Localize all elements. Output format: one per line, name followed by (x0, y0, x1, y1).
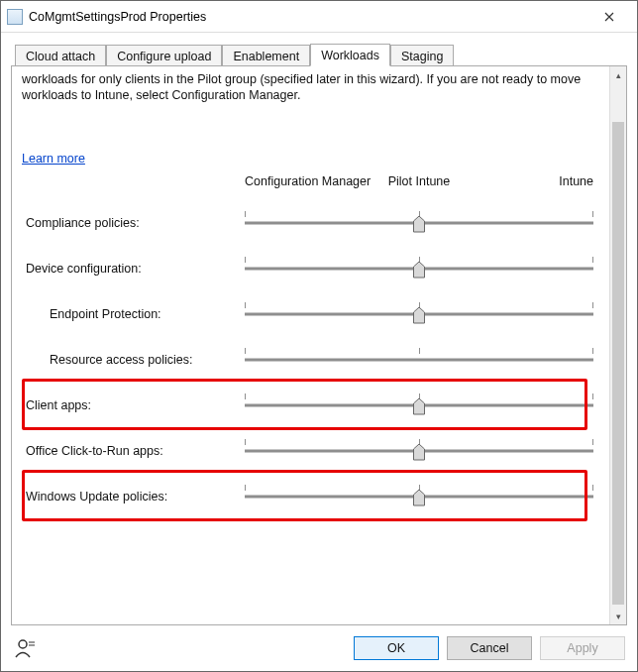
workload-slider[interactable] (245, 255, 593, 282)
workload-label: Device configuration: (22, 262, 245, 276)
slider-tick (592, 211, 593, 217)
slider-tick (245, 393, 246, 399)
slider-tick (592, 348, 593, 354)
scroll-thumb[interactable] (612, 122, 624, 605)
user-status-icon (13, 637, 39, 659)
tab-configure-upload[interactable]: Configure upload (106, 45, 222, 66)
intro-text: workloads for only clients in the Pilot … (22, 72, 605, 103)
col-header-config-manager: Configuration Manager (245, 174, 371, 188)
window-icon (7, 9, 23, 25)
slider-tick (592, 257, 593, 263)
workload-label: Compliance policies: (22, 216, 245, 230)
slider-tick (592, 439, 593, 445)
workload-row: Client apps: (22, 383, 605, 428)
scroll-down-icon[interactable]: ▾ (610, 608, 626, 624)
workload-label: Resource access policies: (22, 353, 245, 367)
workload-row: Windows Update policies: (22, 474, 605, 519)
workload-slider[interactable] (245, 346, 593, 374)
slider-thumb[interactable] (413, 215, 426, 233)
workload-slider[interactable] (245, 392, 593, 419)
col-header-pilot-intune: Pilot Intune (388, 174, 451, 188)
slider-tick (245, 257, 246, 263)
workload-label: Client apps: (22, 398, 245, 412)
slider-tick (245, 485, 246, 491)
slider-thumb[interactable] (413, 443, 426, 461)
slider-thumb[interactable] (413, 397, 426, 415)
tab-panel-workloads: workloads for only clients in the Pilot … (11, 65, 627, 625)
workload-label: Windows Update policies: (22, 490, 245, 504)
scroll-up-icon[interactable]: ▴ (610, 66, 626, 83)
slider-thumb[interactable] (413, 489, 426, 506)
slider-thumb[interactable] (413, 261, 426, 279)
workload-row: Office Click-to-Run apps: (22, 428, 605, 474)
svg-point-0 (19, 640, 27, 648)
workload-row: Compliance policies: (22, 200, 605, 246)
slider-track (245, 359, 593, 362)
slider-tick (592, 302, 593, 308)
close-icon (604, 12, 614, 22)
titlebar: CoMgmtSettingsProd Properties (1, 1, 637, 33)
workload-slider[interactable] (245, 209, 593, 237)
col-header-intune: Intune (559, 174, 593, 188)
vertical-scrollbar[interactable]: ▴ ▾ (609, 66, 626, 624)
slider-tick (245, 302, 246, 308)
slider-tick (245, 211, 246, 217)
tab-staging[interactable]: Staging (390, 45, 454, 66)
slider-tick (245, 348, 246, 354)
workload-label: Endpoint Protection: (22, 307, 245, 321)
workload-row: Resource access policies: (22, 337, 605, 383)
cancel-button[interactable]: Cancel (447, 636, 532, 660)
workload-row: Endpoint Protection: (22, 291, 605, 337)
dialog-button-row: OK Cancel Apply (1, 625, 637, 671)
workload-slider[interactable] (245, 300, 593, 328)
workload-slider[interactable] (245, 483, 593, 510)
ok-button[interactable]: OK (354, 636, 439, 660)
workload-slider[interactable] (245, 437, 593, 465)
apply-button[interactable]: Apply (540, 636, 625, 660)
column-headers: Configuration Manager Pilot Intune Intun… (22, 174, 605, 190)
window-title: CoMgmtSettingsProd Properties (29, 10, 587, 24)
learn-more-link[interactable]: Learn more (22, 152, 85, 166)
workload-label: Office Click-to-Run apps: (22, 444, 245, 458)
tab-enablement[interactable]: Enablement (222, 45, 310, 66)
close-button[interactable] (587, 3, 631, 31)
slider-tick (592, 393, 593, 399)
workload-row: Device configuration: (22, 246, 605, 291)
slider-tick (245, 439, 246, 445)
tab-workloads[interactable]: Workloads (310, 44, 390, 66)
tab-cloud-attach[interactable]: Cloud attach (15, 45, 106, 66)
tab-strip: Cloud attach Configure upload Enablement… (11, 43, 627, 65)
slider-tick (592, 485, 593, 491)
slider-tick (419, 348, 420, 354)
properties-dialog: CoMgmtSettingsProd Properties Cloud atta… (0, 0, 638, 672)
slider-thumb[interactable] (413, 306, 426, 324)
